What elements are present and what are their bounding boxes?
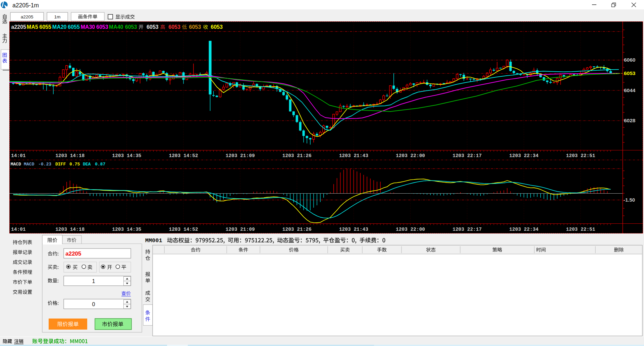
svg-text:MM001: MM001: [145, 237, 162, 244]
svg-text:a2205: a2205: [21, 14, 34, 19]
svg-text:6060: 6060: [624, 57, 635, 63]
svg-text:1203 22:34: 1203 22:34: [509, 227, 538, 232]
svg-text:1203 21:43: 1203 21:43: [339, 227, 368, 232]
svg-text:14:01: 14:01: [11, 227, 26, 232]
svg-text:0.87: 0.87: [95, 162, 105, 167]
svg-text:6055: 6055: [39, 24, 51, 30]
svg-text:1203 22:51: 1203 22:51: [566, 153, 595, 158]
svg-text:6053: 6053: [211, 24, 223, 30]
svg-text:DEA: DEA: [83, 162, 91, 167]
svg-text:6053: 6053: [189, 24, 201, 30]
svg-text:6028: 6028: [624, 118, 636, 123]
svg-text:a2205: a2205: [11, 24, 26, 30]
svg-text:1203 22:17: 1203 22:17: [452, 153, 482, 158]
svg-text:1203 14:18: 1203 14:18: [55, 227, 85, 232]
svg-text:MA30: MA30: [81, 24, 95, 30]
svg-text:1203 22:17: 1203 22:17: [452, 227, 482, 232]
svg-text:0: 0: [92, 301, 95, 307]
svg-text:1203 21:26: 1203 21:26: [282, 227, 312, 232]
svg-text:6053: 6053: [96, 24, 108, 30]
svg-text:6053: 6053: [125, 24, 137, 30]
svg-text:1203 21:43: 1203 21:43: [339, 153, 368, 158]
svg-text:1203 21:09: 1203 21:09: [226, 227, 255, 232]
svg-text:1203 14:35: 1203 14:35: [112, 153, 141, 158]
svg-text:1203 22:51: 1203 22:51: [566, 227, 595, 232]
svg-text:1203 22:34: 1203 22:34: [509, 153, 538, 158]
svg-text:1203 21:26: 1203 21:26: [282, 153, 312, 158]
svg-text:1203 14:52: 1203 14:52: [169, 153, 198, 158]
svg-text:MA5: MA5: [27, 24, 38, 30]
svg-text:-0.23: -0.23: [38, 162, 51, 167]
svg-text:14:01: 14:01: [11, 153, 26, 158]
svg-text:1203 22:00: 1203 22:00: [396, 153, 425, 158]
svg-text:6053: 6053: [624, 70, 636, 76]
svg-text:1: 1: [92, 278, 95, 284]
svg-text:1203 14:52: 1203 14:52: [169, 227, 198, 232]
svg-text:1203 14:35: 1203 14:35: [112, 227, 141, 232]
svg-text:1203 21:09: 1203 21:09: [226, 153, 255, 158]
svg-text:1203 22:00: 1203 22:00: [396, 227, 425, 232]
svg-text:MA40: MA40: [109, 24, 123, 30]
svg-text:MACD: MACD: [24, 162, 34, 167]
svg-text:1203 14:18: 1203 14:18: [55, 153, 85, 158]
svg-text:1m: 1m: [54, 14, 61, 19]
svg-text:MA20: MA20: [52, 24, 67, 30]
svg-text:DIFF: DIFF: [55, 162, 66, 167]
svg-text:a2205-1m: a2205-1m: [12, 2, 39, 9]
svg-text:a2205: a2205: [65, 251, 81, 257]
svg-text:0.75: 0.75: [69, 162, 80, 167]
svg-text:MACD: MACD: [11, 162, 21, 167]
svg-text:6055: 6055: [68, 24, 80, 30]
svg-text:6053: 6053: [147, 24, 159, 30]
svg-text:6053: 6053: [168, 24, 180, 30]
svg-text:6044: 6044: [624, 87, 636, 93]
svg-text:-1.50: -1.50: [624, 197, 635, 203]
